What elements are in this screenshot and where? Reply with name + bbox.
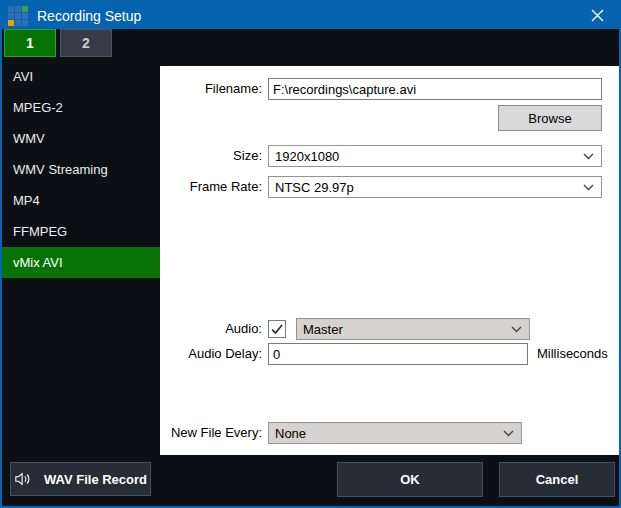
sidebar-item-wmv[interactable]: WMV — [2, 123, 160, 154]
tab-bar: 12 — [4, 29, 112, 57]
titlebar: Recording Setup — [2, 2, 619, 29]
frame-rate-label: Frame Rate: — [160, 176, 262, 198]
speaker-icon — [14, 471, 32, 487]
logo-cell — [8, 13, 14, 19]
size-select[interactable]: 1920x1080 — [268, 145, 602, 167]
sidebar-item-vmix-avi[interactable]: vMix AVI — [2, 247, 160, 278]
chevron-down-icon — [583, 184, 594, 191]
window-title: Recording Setup — [37, 8, 141, 24]
sidebar-item-wmv-streaming[interactable]: WMV Streaming — [2, 154, 160, 185]
close-button[interactable] — [575, 2, 619, 29]
browse-button[interactable]: Browse — [498, 105, 602, 131]
logo-cell — [8, 20, 14, 26]
sidebar-item-ffmpeg[interactable]: FFMPEG — [2, 216, 160, 247]
sidebar-item-avi[interactable]: AVI — [2, 61, 160, 92]
new-file-every-label: New File Every: — [160, 422, 262, 444]
format-list: AVIMPEG-2WMVWMV StreamingMP4FFMPEGvMix A… — [2, 61, 160, 278]
cancel-button[interactable]: Cancel — [499, 462, 615, 497]
chevron-down-icon — [511, 326, 522, 333]
sidebar-item-mpeg-2[interactable]: MPEG-2 — [2, 92, 160, 123]
audio-checkbox[interactable] — [268, 320, 286, 338]
close-icon — [591, 9, 604, 22]
chevron-down-icon — [503, 430, 514, 437]
size-value: 1920x1080 — [275, 149, 339, 164]
frame-rate-select[interactable]: NTSC 29.97p — [268, 176, 602, 198]
milliseconds-label: Milliseconds — [537, 343, 608, 365]
audio-delay-input[interactable] — [268, 343, 528, 365]
audio-delay-label: Audio Delay: — [160, 343, 262, 365]
new-file-every-value: None — [275, 426, 306, 441]
settings-panel: Filename: Browse Size: 1920x1080 Frame R… — [160, 66, 619, 455]
audio-label: Audio: — [160, 318, 262, 340]
logo-cell — [22, 6, 28, 12]
recording-setup-window: Recording Setup 12 AVIMPEG-2WMVWMV Strea… — [0, 0, 621, 508]
wav-file-record-label: WAV File Record — [44, 472, 147, 487]
filename-label: Filename: — [160, 78, 262, 100]
logo-cell — [22, 20, 28, 26]
logo-cell — [15, 13, 21, 19]
vmix-logo-icon — [8, 6, 28, 26]
wav-file-record-button[interactable]: WAV File Record — [10, 462, 151, 496]
logo-cell — [15, 6, 21, 12]
audio-source-select[interactable]: Master — [296, 318, 530, 340]
ok-button[interactable]: OK — [337, 462, 483, 497]
tab-2[interactable]: 2 — [60, 29, 112, 57]
sidebar-item-mp4[interactable]: MP4 — [2, 185, 160, 216]
logo-cell — [8, 6, 14, 12]
check-icon — [271, 324, 283, 335]
filename-input[interactable] — [268, 78, 602, 100]
size-label: Size: — [160, 145, 262, 167]
logo-cell — [15, 20, 21, 26]
logo-cell — [22, 13, 28, 19]
frame-rate-value: NTSC 29.97p — [275, 180, 354, 195]
tab-1[interactable]: 1 — [4, 29, 56, 57]
audio-source-value: Master — [303, 322, 343, 337]
new-file-every-select[interactable]: None — [268, 422, 522, 444]
chevron-down-icon — [583, 153, 594, 160]
